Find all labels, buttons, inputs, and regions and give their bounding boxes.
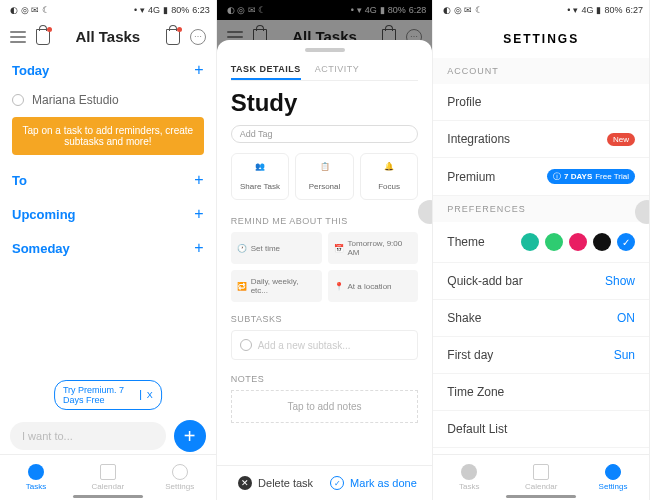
nav-settings[interactable]: Settings — [577, 455, 649, 500]
home-indicator — [506, 495, 576, 498]
bottom-nav: Tasks Calendar Settings — [433, 454, 649, 500]
row-defaultlist[interactable]: Default List — [433, 411, 649, 448]
share-icon: 👥 — [236, 162, 285, 178]
location-chip[interactable]: 📍 At a location — [328, 270, 419, 302]
theme-dot[interactable] — [545, 233, 563, 251]
task-title[interactable]: Study — [231, 89, 419, 117]
tab-details[interactable]: TASK DETAILS — [231, 60, 301, 80]
list-button[interactable]: 📋Personal — [295, 153, 354, 200]
premium-banner[interactable]: Try Premium. 7 Days FreeX — [54, 380, 162, 410]
app-title: All Tasks — [60, 28, 156, 45]
section-upcoming[interactable]: Upcoming+ — [12, 197, 204, 231]
status-bar: ◐ ◎ ✉ ☾ •▾4G▮ 80%6:23 — [0, 0, 216, 20]
reminders-header: REMIND ME ABOUT THIS — [231, 216, 419, 226]
edge-handle[interactable] — [418, 200, 433, 224]
theme-dot-selected[interactable]: ✓ — [617, 233, 635, 251]
tab-activity[interactable]: ACTIVITY — [315, 60, 360, 80]
check-icon: ✓ — [330, 476, 344, 490]
row-firstday[interactable]: First daySun — [433, 337, 649, 374]
row-shake[interactable]: ShakeON — [433, 300, 649, 337]
task-detail-sheet: TASK DETAILS ACTIVITY Study Add Tag 👥Sha… — [217, 40, 433, 500]
task-row[interactable]: Mariana Estudio — [12, 87, 204, 113]
theme-dot[interactable] — [521, 233, 539, 251]
bag-icon-2[interactable] — [166, 29, 180, 45]
delete-task-button[interactable]: ✕Delete task — [227, 476, 325, 490]
detail-tabs: TASK DETAILS ACTIVITY — [231, 60, 419, 81]
row-timezone[interactable]: Time Zone — [433, 374, 649, 411]
menu-icon[interactable] — [10, 31, 26, 43]
focus-button[interactable]: 🔔Focus — [360, 153, 419, 200]
section-someday[interactable]: Someday+ — [12, 231, 204, 265]
section-account: ACCOUNT — [433, 58, 649, 84]
more-icon[interactable]: ⋯ — [190, 29, 206, 45]
row-premium[interactable]: Premiumⓘ 7 DAYS Free Trial — [433, 158, 649, 196]
screen-tasks: ◐ ◎ ✉ ☾ •▾4G▮ 80%6:23 All Tasks ⋯ Today+… — [0, 0, 217, 500]
status-bar: ◐ ◎ ✉ ☾ •▾4G▮ 80%6:27 — [433, 0, 649, 20]
nav-calendar[interactable]: Calendar — [505, 455, 577, 500]
notes-input[interactable]: Tap to add notes — [231, 390, 419, 423]
theme-dot[interactable] — [593, 233, 611, 251]
add-subtask-input[interactable]: Add a new subtask... — [231, 330, 419, 360]
drag-handle[interactable] — [305, 48, 345, 52]
page-title: SETTINGS — [433, 20, 649, 58]
onboarding-tooltip: Tap on a task to add reminders, create s… — [12, 117, 204, 155]
set-date-chip[interactable]: 📅 Tomorrow, 9:00 AM — [328, 232, 419, 264]
quick-add-input[interactable]: I want to... — [10, 422, 166, 450]
nav-calendar[interactable]: Calendar — [72, 455, 144, 500]
close-icon: ✕ — [238, 476, 252, 490]
new-badge: New — [607, 133, 635, 146]
repeat-chip[interactable]: 🔁 Daily, weekly, etc... — [231, 270, 322, 302]
add-task-button[interactable]: + — [174, 420, 206, 452]
quick-add-bar: I want to... + — [10, 420, 206, 452]
nav-settings[interactable]: Settings — [144, 455, 216, 500]
list-icon: 📋 — [300, 162, 349, 178]
row-theme: Theme ✓ — [433, 222, 649, 263]
checkbox-icon[interactable] — [12, 94, 24, 106]
notes-header: NOTES — [231, 374, 419, 384]
section-preferences: PREFERENCES — [433, 196, 649, 222]
section-tomorrow[interactable]: To+ — [12, 163, 204, 197]
row-integrations[interactable]: IntegrationsNew — [433, 121, 649, 158]
theme-picker: ✓ — [521, 233, 635, 251]
screen-task-detail: ◐ ◎ ✉ ☾ •▾4G▮ 80%6:28 All Tasks ⋯ TASK D… — [217, 0, 434, 500]
home-indicator — [73, 495, 143, 498]
subtasks-header: SUBTASKS — [231, 314, 419, 324]
add-tag-button[interactable]: Add Tag — [231, 125, 419, 143]
close-icon[interactable]: X — [140, 390, 153, 400]
bell-icon: 🔔 — [365, 162, 414, 178]
topbar: All Tasks ⋯ — [0, 20, 216, 53]
theme-dot[interactable] — [569, 233, 587, 251]
nav-tasks[interactable]: Tasks — [433, 455, 505, 500]
share-task-button[interactable]: 👥Share Task — [231, 153, 290, 200]
add-icon[interactable]: + — [194, 61, 203, 79]
mark-done-button[interactable]: ✓Mark as done — [325, 476, 423, 490]
set-time-chip[interactable]: 🕐 Set time — [231, 232, 322, 264]
nav-tasks[interactable]: Tasks — [0, 455, 72, 500]
bag-icon[interactable] — [36, 29, 50, 45]
row-profile[interactable]: Profile — [433, 84, 649, 121]
row-quickadd[interactable]: Quick-add barShow — [433, 263, 649, 300]
section-today[interactable]: Today+ — [12, 53, 204, 87]
bottom-nav: Tasks Calendar Settings — [0, 454, 216, 500]
trial-badge: ⓘ 7 DAYS Free Trial — [547, 169, 635, 184]
screen-settings: ◐ ◎ ✉ ☾ •▾4G▮ 80%6:27 SETTINGS ACCOUNT P… — [433, 0, 650, 500]
